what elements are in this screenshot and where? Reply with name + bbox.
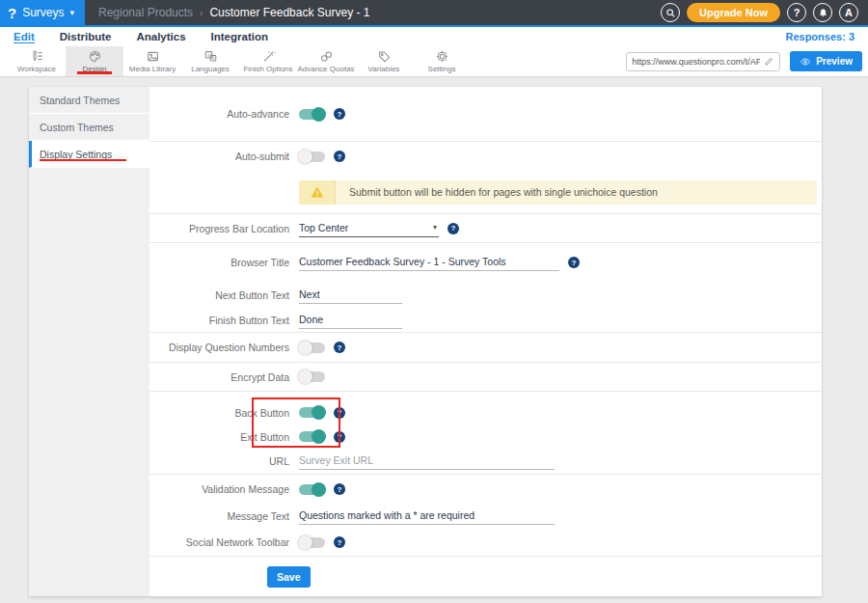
display-settings-card: Standard Themes Custom Themes Display Se… [29, 87, 822, 596]
auto-advance-row: Auto-advance ? [149, 87, 822, 142]
validation-message-row: Validation Message ? [149, 475, 822, 504]
help-icon[interactable]: ? [787, 3, 806, 22]
finish-button-text-row: Finish Button Text [149, 308, 822, 333]
exit-button-row: Exit Button ? [149, 425, 822, 448]
progress-bar-row: Progress Bar Location Top Center ▾ ? [149, 214, 822, 243]
upgrade-now-button[interactable]: Upgrade Now [687, 3, 780, 22]
help-icon[interactable]: ? [334, 483, 345, 495]
sidebar-item-custom-themes[interactable]: Custom Themes [29, 114, 149, 141]
help-icon[interactable]: ? [334, 536, 345, 548]
auto-advance-toggle[interactable] [299, 109, 325, 120]
header-actions: Upgrade Now ? A [661, 3, 868, 22]
edit-pencil-icon[interactable] [764, 56, 774, 67]
gear-icon [435, 49, 449, 64]
display-settings-form: Auto-advance ? Auto-submit ? ! [149, 87, 822, 596]
breadcrumb-separator-icon: › [200, 8, 203, 18]
help-icon[interactable]: ? [568, 257, 580, 268]
help-icon[interactable]: ? [334, 151, 345, 162]
breadcrumb: Regional Products › Customer Feedback Su… [98, 6, 369, 19]
brand-menu[interactable]: ? Surveys ▾ [0, 0, 85, 25]
exit-url-input[interactable] [299, 452, 555, 470]
help-icon[interactable]: ? [334, 342, 345, 353]
page-body: Standard Themes Custom Themes Display Se… [0, 77, 868, 603]
auto-submit-row: Auto-submit ? [149, 142, 822, 171]
toolbar-item-advance-quotas[interactable]: Advance Quotas [297, 46, 355, 76]
nav-tab-edit[interactable]: Edit [14, 31, 35, 43]
exit-button-toggle[interactable] [299, 431, 325, 442]
warning-banner: ! Submit button will be hidden for pages… [299, 180, 817, 205]
toolbar-item-design[interactable]: Design [66, 46, 123, 76]
toolbar-item-media-library[interactable]: Media Library [123, 46, 181, 76]
toolbar-item-finish-options[interactable]: Finish Options [239, 46, 297, 76]
display-question-numbers-row: Display Question Numbers ? [149, 333, 822, 363]
display-question-numbers-toggle[interactable] [299, 343, 325, 353]
chevron-down-icon: ▾ [433, 223, 437, 232]
search-icon[interactable] [661, 3, 680, 22]
save-button[interactable]: Save [267, 566, 311, 588]
svg-text:A: A [211, 56, 214, 61]
toolbar-right: Preview [626, 46, 868, 76]
help-icon[interactable]: ? [334, 108, 345, 120]
breadcrumb-survey-title: Customer Feedback Survey - 1 [209, 6, 369, 19]
encrypt-data-toggle[interactable] [299, 371, 325, 382]
survey-nav: Edit Distribute Analytics Integration Re… [0, 27, 868, 46]
browser-title-input[interactable] [299, 254, 559, 271]
encrypt-data-row: Encrypt Data [149, 363, 822, 392]
survey-url-box [626, 52, 780, 71]
sidebar-item-display-settings[interactable]: Display Settings [29, 141, 149, 168]
save-row: Save [149, 557, 822, 596]
image-icon [146, 49, 160, 64]
design-sidebar: Standard Themes Custom Themes Display Se… [29, 87, 149, 596]
help-icon[interactable]: ? [334, 407, 345, 419]
finish-button-text-input[interactable] [299, 312, 402, 329]
annotation-red-underline [77, 71, 112, 74]
back-button-toggle[interactable] [299, 407, 325, 418]
svg-text:x: x [206, 53, 209, 58]
next-button-text-row: Next Button Text [149, 282, 822, 308]
questionpro-logo-icon: ? [8, 6, 16, 20]
message-text-input[interactable] [299, 507, 555, 525]
back-button-row: Back Button ? [149, 392, 822, 425]
tag-icon [377, 49, 392, 64]
responses-count[interactable]: Responses: 3 [785, 31, 854, 42]
nav-tab-distribute[interactable]: Distribute [60, 31, 112, 42]
browser-title-row: Browser Title ? [149, 243, 822, 282]
wand-icon [261, 49, 276, 64]
palette-icon [88, 49, 102, 64]
toolbar-item-settings[interactable]: Settings [413, 46, 471, 76]
design-toolbar: Workspace Design Media Library xA Langua… [0, 46, 868, 77]
progress-bar-location-select[interactable]: Top Center ▾ [299, 220, 439, 237]
links-icon [319, 49, 334, 64]
warning-triangle-icon: ! [299, 180, 336, 205]
toolbar-item-languages[interactable]: xA Languages [181, 46, 239, 76]
warning-row: ! Submit button will be hidden for pages… [149, 171, 822, 214]
social-toolbar-row: Social Network Toolbar ? [149, 529, 822, 557]
translate-icon: xA [203, 49, 218, 64]
exit-url-row: URL [149, 448, 822, 475]
toolbar-item-workspace[interactable]: Workspace [8, 46, 66, 76]
nav-tab-analytics[interactable]: Analytics [136, 31, 185, 42]
validation-message-toggle[interactable] [299, 484, 325, 495]
notifications-bell-icon[interactable] [813, 3, 832, 22]
top-header: ? Surveys ▾ Regional Products › Customer… [0, 0, 868, 27]
annotation-red-underline [40, 159, 126, 161]
preview-button[interactable]: Preview [790, 51, 862, 71]
product-name: Surveys [22, 6, 64, 19]
eye-icon [800, 56, 811, 68]
help-icon[interactable]: ? [334, 431, 345, 443]
nav-tab-integration[interactable]: Integration [211, 31, 268, 42]
avatar[interactable]: A [839, 3, 858, 22]
message-text-row: Message Text [149, 504, 822, 529]
social-toolbar-toggle[interactable] [299, 537, 325, 548]
chevron-down-icon: ▾ [70, 8, 75, 17]
sidebar-item-standard-themes[interactable]: Standard Themes [29, 87, 149, 114]
help-icon[interactable]: ? [448, 223, 459, 234]
breadcrumb-folder[interactable]: Regional Products [98, 6, 193, 19]
next-button-text-input[interactable] [299, 287, 402, 304]
toolbar-item-variables[interactable]: Variables [355, 46, 413, 76]
survey-url-input[interactable] [632, 57, 760, 67]
svg-text:!: ! [316, 189, 318, 198]
auto-submit-toggle[interactable] [299, 151, 325, 162]
workspace-icon [30, 49, 44, 64]
